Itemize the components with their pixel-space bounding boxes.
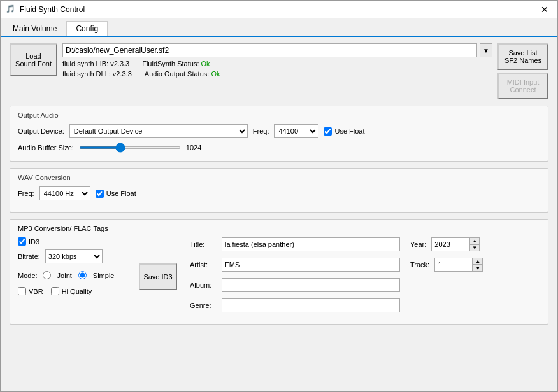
use-float-checkbox[interactable]	[324, 127, 332, 136]
fluid-status: FluidSynth Status: Ok	[142, 60, 210, 67]
title-input[interactable]	[222, 237, 400, 251]
artist-input[interactable]	[222, 258, 400, 272]
midi-input-connect-button[interactable]: MIDI InputConnect	[497, 73, 548, 99]
fluid-status-ok: Ok	[201, 60, 210, 67]
album-input[interactable]	[222, 278, 400, 292]
use-float-label: Use Float	[334, 127, 364, 135]
save-id3-button[interactable]: Save ID3	[139, 263, 177, 290]
close-button[interactable]: ✕	[537, 3, 552, 16]
device-label: Output Device:	[18, 127, 64, 135]
wav-use-float-label: Use Float	[106, 190, 136, 197]
track-down-button[interactable]: ▼	[473, 265, 483, 272]
soundfont-info: ▼ fluid synth LIB: v2.3.3 FluidSynth Sta…	[62, 43, 492, 78]
hi-quality-label: Hi Quality	[62, 288, 92, 295]
tags-fields: Title: Year: ▲ ▼ Artist:	[190, 237, 540, 316]
soundfont-path-input[interactable]	[62, 43, 477, 57]
right-buttons: Save ListSF2 Names MIDI InputConnect	[497, 43, 548, 99]
wav-conversion-title: WAV Conversion	[18, 174, 540, 181]
app-icon: 🎵	[6, 4, 16, 15]
output-audio-title: Output Audio	[18, 111, 540, 119]
hi-quality-checkbox[interactable]	[51, 287, 59, 295]
id3-checkbox[interactable]	[18, 237, 26, 246]
genre-label: Genre:	[190, 302, 217, 309]
vbr-label: VBR	[29, 288, 43, 295]
buffer-size-label: Audio Buffer Size:	[18, 144, 74, 151]
year-input[interactable]	[431, 237, 469, 251]
soundfont-dropdown-button[interactable]: ▼	[480, 43, 492, 57]
tab-config[interactable]: Config	[66, 21, 108, 36]
freq-label: Freq:	[253, 127, 269, 135]
wav-freq-select[interactable]: 44100 Hz	[39, 186, 90, 200]
wav-use-float-checkbox[interactable]	[96, 190, 104, 198]
tab-main-volume[interactable]: Main Volume	[3, 21, 66, 36]
wav-conversion-section: WAV Conversion Freq: 44100 Hz Use Float	[10, 168, 548, 213]
simple-label: Simple	[93, 272, 115, 279]
top-row: LoadSound Font ▼ fluid synth LIB: v2.3.3…	[10, 43, 548, 99]
audio-status-ok: Ok	[211, 70, 220, 78]
bitrate-label: Bitrate:	[18, 253, 40, 260]
buffer-size-value: 1024	[186, 144, 201, 151]
wav-freq-label: Freq:	[18, 190, 34, 197]
track-label: Track:	[410, 261, 429, 269]
simple-radio[interactable]	[78, 271, 87, 279]
mp3-left-col: ID3 Bitrate: 128 kbps 192 kbps 256 kbps …	[18, 237, 126, 316]
title-label: Title:	[190, 241, 217, 248]
year-up-button[interactable]: ▲	[469, 237, 480, 244]
tab-bar: Main Volume Config	[1, 18, 557, 37]
output-audio-section: Output Audio Output Device: Default Outp…	[10, 106, 548, 162]
track-up-button[interactable]: ▲	[473, 258, 483, 265]
mp3-section: MP3 Conversion/ FLAC Tags ID3 Bitrate: 1…	[10, 219, 548, 325]
id3-label: ID3	[29, 238, 39, 246]
dll-version: fluid synth DLL: v2.3.3	[62, 70, 132, 78]
save-list-button[interactable]: Save ListSF2 Names	[497, 43, 548, 70]
lib-version: fluid synth LIB: v2.3.3	[62, 60, 129, 67]
freq-select[interactable]: 44100	[274, 124, 318, 138]
mode-label: Mode:	[18, 272, 38, 279]
save-id3-container: Save ID3	[134, 237, 182, 316]
bitrate-select[interactable]: 128 kbps 192 kbps 256 kbps 320 kbps	[45, 249, 103, 263]
title-bar: 🎵 Fluid Synth Control ✕	[1, 1, 557, 18]
config-content: LoadSound Font ▼ fluid synth LIB: v2.3.3…	[1, 37, 557, 391]
window-title: Fluid Synth Control	[20, 5, 85, 14]
year-down-button[interactable]: ▼	[469, 244, 480, 251]
vbr-checkbox[interactable]	[18, 287, 26, 295]
track-input[interactable]	[434, 258, 473, 272]
joint-radio[interactable]	[43, 271, 51, 279]
load-sound-font-button[interactable]: LoadSound Font	[10, 43, 57, 76]
genre-input[interactable]	[222, 298, 400, 312]
main-window: 🎵 Fluid Synth Control ✕ Main Volume Conf…	[0, 0, 558, 392]
album-label: Album:	[190, 281, 217, 289]
output-device-select[interactable]: Default Output Device	[69, 124, 248, 138]
year-label: Year:	[410, 241, 426, 248]
buffer-size-slider[interactable]	[79, 146, 181, 149]
mp3-title: MP3 Conversion/ FLAC Tags	[18, 225, 540, 232]
joint-label: Joint	[57, 272, 72, 279]
audio-status: Audio Output Status: Ok	[145, 70, 220, 78]
artist-label: Artist:	[190, 261, 217, 269]
